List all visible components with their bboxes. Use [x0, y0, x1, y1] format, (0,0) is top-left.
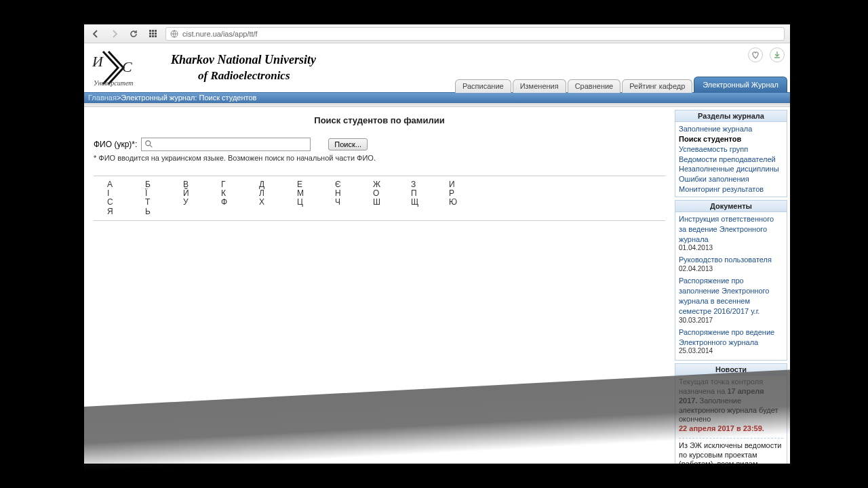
alpha-letter[interactable]: Щ [411, 197, 418, 207]
section-monitor[interactable]: Мониторинг результатов [679, 184, 783, 195]
university-logo: И С Университет [90, 46, 164, 89]
svg-text:Университет: Университет [94, 79, 133, 87]
panel-news-header: Новости [675, 364, 787, 375]
document-item: Распоряжение про заполнение Электронного… [679, 276, 783, 323]
alpha-letter[interactable]: І [107, 188, 109, 198]
alpha-letter[interactable]: Я [107, 207, 113, 216]
alpha-letter[interactable]: П [411, 188, 417, 198]
fio-hint: * ФИО вводится на украинском языке. Возм… [94, 154, 665, 162]
news-item: Текущая точка контроля назначена на 17 а… [679, 378, 783, 434]
breadcrumb-home[interactable]: Главная [88, 94, 117, 102]
alpha-letter[interactable]: Б [145, 180, 151, 189]
reload-button[interactable] [127, 28, 140, 40]
alpha-letter[interactable]: У [183, 197, 189, 207]
tab-changes[interactable]: Изменения [513, 79, 566, 93]
tab-ejournal[interactable]: Электронный Журнал [694, 77, 787, 93]
uni-line2: of Radioelectronics [171, 68, 316, 83]
alpha-letter[interactable]: Д [259, 180, 264, 189]
alpha-letter[interactable]: О [373, 188, 379, 198]
section-errors[interactable]: Ошибки заполнения [679, 174, 783, 184]
fio-label: ФИО (укр)*: [94, 140, 137, 149]
university-name: Kharkov National University of Radioelec… [171, 52, 316, 83]
section-groups[interactable]: Успеваемость групп [679, 144, 783, 155]
panel-documents: Документы Инструкция ответственного за в… [675, 200, 787, 361]
uni-line1: Kharkov National University [171, 52, 316, 68]
panel-news: Новости Текущая точка контроля назначена… [675, 363, 787, 464]
search-button[interactable]: Поиск... [328, 138, 368, 150]
document-date: 01.04.2013 [679, 244, 783, 251]
document-date: 30.03.2017 [679, 317, 783, 324]
alpha-letter[interactable]: Г [221, 180, 226, 189]
browser-window: cist.nure.ua/ias/app/tt/f И С Университе… [84, 24, 790, 464]
panel-documents-header: Документы [675, 201, 787, 212]
alpha-letter[interactable]: Ь [145, 207, 151, 216]
globe-icon [170, 30, 178, 38]
document-link[interactable]: Руководство пользователя [679, 255, 783, 265]
alpha-letter[interactable]: З [411, 180, 416, 189]
back-button[interactable] [90, 28, 102, 40]
section-vedom[interactable]: Ведомости преподавателей [679, 155, 783, 165]
document-date: 02.04.2013 [679, 265, 783, 272]
download-button[interactable] [770, 47, 785, 62]
browser-toolbar: cist.nure.ua/ias/app/tt/f [84, 24, 790, 43]
forward-button[interactable] [108, 28, 121, 40]
alpha-letter[interactable]: Ї [145, 188, 147, 198]
alpha-letter[interactable]: Ю [449, 197, 457, 207]
grid-icon [149, 30, 157, 37]
alpha-letter[interactable]: Л [259, 188, 264, 198]
page-actions [748, 47, 785, 62]
alpha-letter[interactable]: Ш [373, 197, 380, 207]
main-panel: Поиск студентов по фамилии ФИО (укр)*: П… [84, 107, 675, 464]
alpha-letter[interactable]: Є [335, 180, 341, 189]
favorite-button[interactable] [748, 47, 763, 62]
tab-rating[interactable]: Рейтинг кафедр [622, 79, 692, 93]
section-search[interactable]: Поиск студентов [679, 134, 783, 144]
page-header: И С Университет Kharkov National Univers… [84, 43, 790, 92]
document-item: Руководство пользователя02.04.2013 [679, 255, 783, 272]
section-unfilled[interactable]: Незаполненные дисциплины [679, 164, 783, 174]
url-bar[interactable]: cist.nure.ua/ias/app/tt/f [165, 27, 785, 41]
heart-icon [751, 50, 760, 60]
alpha-letter[interactable]: Ж [373, 180, 380, 189]
page: И С Университет Kharkov National Univers… [84, 43, 790, 464]
tab-compare[interactable]: Сравнение [568, 79, 621, 93]
alpha-letter[interactable]: Е [297, 180, 302, 189]
svg-text:И: И [92, 53, 104, 70]
news-item: Из ЭЖ исключены ведомости по курсовым пр… [679, 441, 783, 464]
sidebar: Разделы журнала Заполнение журнала Поиск… [675, 107, 790, 464]
apps-button[interactable] [146, 28, 159, 40]
alpha-letter[interactable]: Р [449, 188, 454, 198]
breadcrumb-current[interactable]: Электронный журнал: Поиск студентов [121, 94, 256, 102]
document-item: Инструкция ответственного за ведение Эле… [679, 214, 783, 252]
alpha-letter[interactable]: А [107, 180, 113, 189]
document-date: 25.03.2014 [679, 347, 783, 354]
document-link[interactable]: Распоряжение про ведение Электронного жу… [679, 327, 783, 348]
alpha-letter[interactable]: В [183, 180, 189, 189]
alpha-letter[interactable]: К [221, 188, 226, 198]
fio-input[interactable] [141, 138, 311, 151]
url-text: cist.nure.ua/ias/app/tt/f [182, 30, 258, 38]
alpha-letter[interactable]: И [449, 180, 455, 189]
alpha-letter[interactable]: Т [145, 197, 150, 207]
document-link[interactable]: Распоряжение про заполнение Электронного… [679, 276, 783, 316]
alpha-letter[interactable]: Ч [335, 197, 340, 207]
alpha-letter[interactable]: Ц [297, 197, 303, 207]
svg-text:С: С [122, 58, 132, 75]
breadcrumb: Главная > Электронный журнал: Поиск студ… [84, 92, 790, 103]
page-title: Поиск студентов по фамилии [94, 115, 665, 125]
alpha-letter[interactable]: С [107, 197, 113, 207]
search-row: ФИО (укр)*: Поиск... [94, 138, 665, 151]
alpha-letter[interactable]: Ф [221, 197, 227, 207]
alpha-letter[interactable]: Х [259, 197, 264, 207]
alpha-letter[interactable]: Й [183, 188, 189, 198]
panel-sections: Разделы журнала Заполнение журнала Поиск… [675, 110, 787, 197]
alpha-letter[interactable]: М [297, 188, 304, 198]
document-item: Распоряжение про ведение Электронного жу… [679, 327, 783, 355]
download-icon [772, 50, 782, 60]
document-link[interactable]: Инструкция ответственного за ведение Эле… [679, 214, 783, 245]
alphabet-index: АБВГДЕЄЖЗИІЇЙКЛМНОПРСТУФХЦЧШЩЮЯЬ [94, 176, 665, 221]
alpha-letter[interactable]: Н [335, 188, 341, 198]
tab-schedule[interactable]: Расписание [455, 79, 511, 93]
section-fill[interactable]: Заполнение журнала [679, 124, 783, 134]
nav-tabs: Расписание Изменения Сравнение Рейтинг к… [455, 77, 787, 93]
